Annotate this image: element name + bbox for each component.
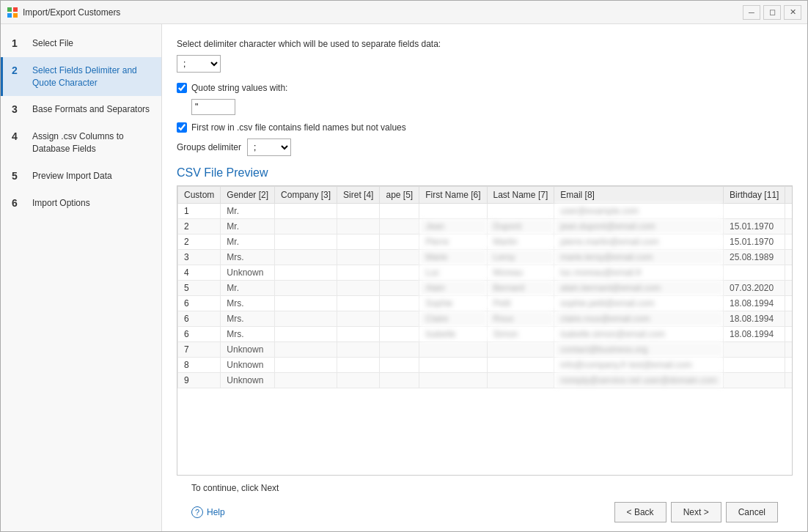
table-header-cell: Birthday [11] bbox=[724, 187, 785, 204]
table-cell: Luc bbox=[419, 265, 487, 281]
main-layout: 1 Select File 2 Select Fields Delimiter … bbox=[1, 24, 807, 531]
table-cell: user@example.com bbox=[554, 204, 724, 219]
titlebar: Import/Export Customers ─ ◻ ✕ bbox=[1, 1, 807, 24]
table-cell bbox=[275, 234, 337, 250]
table-cell bbox=[337, 373, 380, 388]
table-cell: Marie bbox=[419, 250, 487, 265]
table-header-cell: Email [8] bbox=[554, 187, 724, 204]
table-cell bbox=[724, 204, 785, 219]
table-cell bbox=[275, 327, 337, 342]
table-cell: Dupont bbox=[487, 219, 554, 234]
table-cell bbox=[380, 204, 419, 219]
table-cell: 0 bbox=[785, 250, 793, 265]
table-cell bbox=[487, 373, 554, 388]
table-cell: claire.roux@email.com bbox=[554, 311, 724, 327]
table-cell bbox=[724, 358, 785, 373]
table-cell bbox=[419, 204, 487, 219]
table-cell bbox=[419, 373, 487, 388]
table-row: 4UnknownLucMoreauluc.moreau@email.fr0 bbox=[178, 265, 793, 281]
app-icon bbox=[7, 7, 18, 18]
table-body: 1Mr.user@example.com02Mr.JeanDupontjean.… bbox=[178, 204, 793, 388]
delimiter-select[interactable]: ; , | bbox=[177, 55, 221, 73]
table-cell bbox=[275, 311, 337, 327]
groups-delimiter-select[interactable]: ; , | bbox=[247, 138, 291, 156]
table-cell: 1 bbox=[785, 327, 793, 342]
table-cell: 07.03.2020 bbox=[724, 281, 785, 296]
table-cell: Leroy bbox=[487, 250, 554, 265]
table-cell: Bernard bbox=[487, 281, 554, 296]
sidebar-label: Select File bbox=[32, 37, 73, 50]
table-cell: contact@business.org bbox=[554, 342, 724, 358]
minimize-button[interactable]: ─ bbox=[743, 5, 760, 20]
table-cell bbox=[275, 250, 337, 265]
close-button[interactable]: ✕ bbox=[784, 5, 801, 20]
sidebar-item-4[interactable]: 4 Assign .csv Columns to Database Fields bbox=[1, 123, 161, 163]
table-cell bbox=[337, 296, 380, 311]
table-cell: Unknown bbox=[221, 342, 275, 358]
back-button[interactable]: < Back bbox=[614, 502, 666, 522]
table-cell bbox=[275, 281, 337, 296]
next-button[interactable]: Next > bbox=[671, 502, 721, 522]
table-row: 1Mr.user@example.com0 bbox=[178, 204, 793, 219]
table-cell: marie.leroy@email.com bbox=[554, 250, 724, 265]
table-cell: Mr. bbox=[221, 204, 275, 219]
table-cell: Jean bbox=[419, 219, 487, 234]
delimiter-instruction: Select delimiter character which will be… bbox=[177, 39, 793, 49]
table-cell: 18.08.1994 bbox=[724, 311, 785, 327]
table-cell bbox=[724, 342, 785, 358]
table-cell: 1 bbox=[785, 234, 793, 250]
sidebar-item-2[interactable]: 2 Select Fields Delimiter and Quote Char… bbox=[1, 57, 161, 97]
help-icon: ? bbox=[191, 506, 203, 518]
first-row-checkbox-row: First row in .csv file contains field na… bbox=[177, 122, 793, 133]
table-cell bbox=[380, 373, 419, 388]
table-cell: 1 bbox=[785, 296, 793, 311]
nav-buttons: < Back Next > Cancel bbox=[614, 502, 778, 522]
quote-checkbox-row: Quote string values with: bbox=[177, 83, 793, 93]
help-button[interactable]: ? Help bbox=[191, 506, 225, 518]
table-cell: 15.01.1970 bbox=[724, 234, 785, 250]
table-row: 8Unknowninfo@company.fr test@email.com0 bbox=[178, 358, 793, 373]
sidebar-item-3[interactable]: 3 Base Formats and Separators bbox=[1, 96, 161, 123]
sidebar-label: Preview Import Data bbox=[32, 170, 112, 182]
table-cell: Mr. bbox=[221, 281, 275, 296]
cancel-button[interactable]: Cancel bbox=[726, 502, 778, 522]
sidebar-num: 6 bbox=[12, 197, 28, 209]
table-row: 6Mrs.IsabelleSimonisabelle.simon@email.c… bbox=[178, 327, 793, 342]
table-cell: 7 bbox=[178, 342, 221, 358]
table-cell bbox=[275, 219, 337, 234]
table-cell: Roux bbox=[487, 311, 554, 327]
groups-delimiter-label: Groups delimiter bbox=[177, 142, 241, 152]
table-cell bbox=[380, 265, 419, 281]
first-row-label: First row in .csv file contains field na… bbox=[191, 122, 406, 133]
maximize-button[interactable]: ◻ bbox=[763, 5, 781, 20]
table-header-cell: Last Name [7] bbox=[487, 187, 554, 204]
table-row: 7Unknowncontact@business.org0 bbox=[178, 342, 793, 358]
table-cell bbox=[380, 296, 419, 311]
table-cell bbox=[275, 358, 337, 373]
table-cell: 25.08.1989 bbox=[724, 250, 785, 265]
table-cell bbox=[275, 296, 337, 311]
table-row: 3Mrs.MarieLeroymarie.leroy@email.com25.0… bbox=[178, 250, 793, 265]
table-cell: 0 bbox=[785, 373, 793, 388]
first-row-checkbox[interactable] bbox=[177, 122, 187, 133]
table-cell: Unknown bbox=[221, 373, 275, 388]
table-cell bbox=[419, 342, 487, 358]
sidebar-item-5[interactable]: 5 Preview Import Data bbox=[1, 163, 161, 190]
table-header-cell: Company [3] bbox=[275, 187, 337, 204]
quote-input[interactable] bbox=[191, 99, 235, 115]
sidebar-num: 2 bbox=[12, 64, 28, 76]
sidebar-item-6[interactable]: 6 Import Options bbox=[1, 190, 161, 217]
table-cell: 0 bbox=[785, 342, 793, 358]
table-cell bbox=[337, 358, 380, 373]
sidebar-item-1[interactable]: 1 Select File bbox=[1, 30, 161, 57]
table-cell bbox=[724, 265, 785, 281]
quote-checkbox[interactable] bbox=[177, 83, 187, 93]
table-cell: 4 bbox=[178, 265, 221, 281]
table-header-cell: Custom bbox=[178, 187, 221, 204]
sidebar-label: Select Fields Delimiter and Quote Charac… bbox=[32, 64, 153, 89]
sidebar-num: 4 bbox=[12, 130, 28, 142]
table-cell bbox=[337, 250, 380, 265]
window-controls: ─ ◻ ✕ bbox=[743, 5, 801, 20]
table-cell: Simon bbox=[487, 327, 554, 342]
preview-table-container[interactable]: CustomGender [2]Company [3]Siret [4]ape … bbox=[177, 185, 793, 476]
